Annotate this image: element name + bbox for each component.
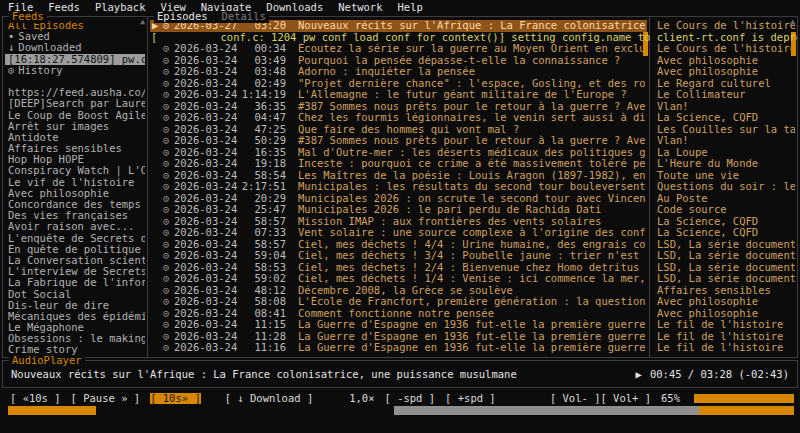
episode-row[interactable]: ⊙ 2026-03-24 19:18 Inceste : pourquoi ce… [150,158,647,170]
episode-feed[interactable]: Le Cours de l'histoire [652,43,795,55]
scroll-up-icon[interactable]: ▲ [140,18,145,26]
episode-feed[interactable]: La Science, CQFD [652,112,795,124]
rewind-button[interactable]: [ «10s ] [10,393,61,405]
episode-feed[interactable]: Vlan! [652,135,795,147]
episode-row[interactable]: ⊙ 2026-03-24 02:49 "Projet dernière chan… [150,78,647,90]
sidebar-item-saved[interactable]: •Saved [5,31,145,42]
episode-row[interactable]: ⊙ 2026-03-24 00:34 Écoutez la série sur … [150,43,647,55]
episode-feed[interactable]: LSD, La série documenta… [652,273,795,285]
episode-feed[interactable]: Questions du soir : le … [652,181,795,193]
pause-button[interactable]: [ Pause » ] [71,393,141,405]
feed-item[interactable]: Antidote [5,132,145,143]
episode-row[interactable]: ⊙ 2026-03-24 03:48 Adorno : inquiéter la… [150,66,647,78]
episode-row[interactable]: ⊙ 2026-03-24 2:17:51 Municipales : les r… [150,181,647,193]
volume-meter[interactable] [694,394,794,403]
feed-item[interactable]: L'interview de Secrets d'… [5,266,145,277]
feed-item[interactable]: Avoir raison avec... [5,221,145,232]
scroll-up-icon[interactable]: ▲ [790,18,795,26]
episode-row[interactable]: ⊙ 2026-03-24 11:16 La Guerre d'Espagne e… [150,342,647,354]
menu-item[interactable]: Help [398,2,423,16]
episode-row[interactable]: ⊙ 2026-03-24 20:29 Municipales 2026 : on… [150,193,647,205]
episode-feed[interactable]: Le Regard culturel [652,78,795,90]
episode-feed[interactable]: Affaires sensibles [652,285,795,297]
feed-item[interactable]: Avec philosophie [5,188,145,199]
episode-feed[interactable]: Toute une vie [652,170,795,182]
episode-feed[interactable]: La Science, CQFD [652,216,795,228]
episode-row[interactable]: ⊙ 2026-03-24 58:08 L'École de Francfort,… [150,296,647,308]
episode-feed[interactable]: LSD, La série documenta… [652,239,795,251]
feed-item[interactable]: Hop Hop HOPE [5,154,145,165]
episode-feed[interactable]: Avec philosophie [652,308,795,320]
episode-row[interactable]: ⊙ 2026-03-24 25:47 Municipales 2026 : le… [150,204,647,216]
feed-item[interactable]: https://feed.ausha.co/yeG… [5,87,145,98]
episode-feed[interactable]: Avec philosophie [652,55,795,67]
forward-button[interactable]: [ 10s» ] [150,393,201,405]
feed-item[interactable]: Arrêt sur images [5,121,145,132]
feed-item[interactable]: [DEEP]Search par Laurent … [5,98,145,109]
episode-feed[interactable]: Le fil de l'histoire [652,331,795,343]
episode-row[interactable]: ⊙ 2026-03-24 04:47 Chez les fourmis légi… [150,112,647,124]
volume-up-button[interactable]: [ Vol+ ] [600,393,651,405]
episode-feed[interactable]: La Loupe [652,147,795,159]
menu-item[interactable]: Downloads [266,2,323,16]
episode-feed[interactable]: Le Collimateur [652,89,795,101]
episode-feed-selected[interactable]: Le Cours de l'histoire [652,20,795,32]
episode-row[interactable]: ⊙ 2026-03-24 11:15 La Guerre d'Espagne e… [150,319,647,331]
episode-feed[interactable]: LSD, La série documenta… [652,250,795,262]
episode-row[interactable]: ⊙ 2026-03-24 58:53 Ciel, mes déchets ! 2… [150,262,647,274]
tab-episodes[interactable]: Episodes [157,11,208,23]
episode-feed[interactable]: Code source [652,204,795,216]
menu-item[interactable]: Feeds [48,2,80,16]
episode-row[interactable]: ⊙ 2026-03-24 47:25 Que faire des hommes … [150,124,647,136]
feed-item[interactable]: Dot Social [5,289,145,300]
speed-down-button[interactable]: [ -spd ] [385,393,436,405]
episode-feed[interactable]: LSD, La série documenta… [652,262,795,274]
volume-slider[interactable] [394,406,794,415]
episode-row[interactable]: ⊙ 2026-03-24 50:29 #387 Sommes nous prêt… [150,135,647,147]
episode-row[interactable]: ⊙ 2026-03-24 58:54 Les Maîtres de la poé… [150,170,647,182]
episode-feed[interactable]: Avec philosophie [652,66,795,78]
feed-item[interactable]: La Conversation scientifi… [5,255,145,266]
episode-row[interactable]: ⊙ 2026-03-24 36:35 #387 Sommes nous prêt… [150,101,647,113]
speed-up-button[interactable]: [ +spd ] [445,393,496,405]
menu-item[interactable]: Network [338,2,382,16]
feed-item[interactable]: Affaires sensibles [5,143,145,154]
episode-row[interactable]: ⊙ 2026-03-24 16:35 Mal d'Outre-mer : les… [150,147,647,159]
episode-row[interactable]: ⊙ 2026-03-24 07:33 Vent solaire : une so… [150,227,647,239]
feed-item[interactable]: Des vies françaises [5,210,145,221]
episode-feed[interactable]: Avec philosophie [652,296,795,308]
episode-row[interactable]: ⊙ 2026-03-24 59:02 Ciel, mes déchets ! 1… [150,273,647,285]
episode-feed[interactable]: Les Couilles sur la tab… [652,124,795,136]
episode-feed[interactable]: L'Heure du Monde [652,158,795,170]
feed-item[interactable]: L'enquête de Secrets d'In… [5,233,145,244]
menu-item[interactable]: Playback [95,2,146,16]
episode-feed[interactable]: Le fil de l'histoire [652,319,795,331]
tab-details[interactable]: Details [222,11,266,23]
volume-down-button[interactable]: [ Vol- ] [550,393,601,405]
feed-item[interactable]: En quête de politique [5,244,145,255]
feed-item[interactable]: Dis-leur de dire [5,300,145,311]
episode-row[interactable]: ⊙ 2026-03-24 58:57 Mission IMAP : aux fr… [150,216,647,228]
episode-row[interactable]: ⊙ 2026-03-24 11:28 La Guerre d'Espagne e… [150,331,647,343]
feed-item[interactable]: Concordance des temps [5,199,145,210]
episode-row[interactable]: ⊙ 2026-03-24 59:04 Ciel, mes déchets ! 3… [150,250,647,262]
feed-item[interactable]: Conspiracy Watch | L'Obse… [5,165,145,176]
feed-item[interactable]: Le Coup de Boost Agile [5,110,145,121]
episode-feed[interactable]: Le fil de l'histoire [652,342,795,354]
episode-row[interactable]: ⊙ 2026-03-24 58:57 Ciel, mes déchets ! 4… [150,239,647,251]
sidebar-item-downloaded[interactable]: ↓Downloaded [5,42,145,53]
episode-row[interactable]: ⊙ 2026-03-24 08:41 Comment fonctionne no… [150,308,647,320]
episode-feed[interactable]: Au Poste [652,193,795,205]
feed-item[interactable]: Obsessions : le making of [5,333,145,344]
download-button[interactable]: [ ↓ Download ] [225,393,314,405]
feed-item[interactable]: Mécaniques des épidémies [5,311,145,322]
sidebar-item-history[interactable]: ⊙History [5,65,145,76]
episode-row[interactable]: ⊙ 2026-03-24 1:14:19 L'Allemagne : le fu… [150,89,647,101]
episode-feed[interactable]: La Science, CQFD [652,227,795,239]
episode-row[interactable]: ⊙ 2026-03-24 03:49 Pourquoi la pensée dé… [150,55,647,67]
feed-item[interactable]: La Fabrique de l'informat… [5,277,145,288]
feed-item[interactable]: Le vif de l'histoire [5,177,145,188]
feed-item[interactable]: Le Mégaphone [5,322,145,333]
episode-feed[interactable]: Vlan! [652,101,795,113]
episode-row[interactable]: ⊙ 2026-03-24 48:12 Décembre 2008, la Grè… [150,285,647,297]
